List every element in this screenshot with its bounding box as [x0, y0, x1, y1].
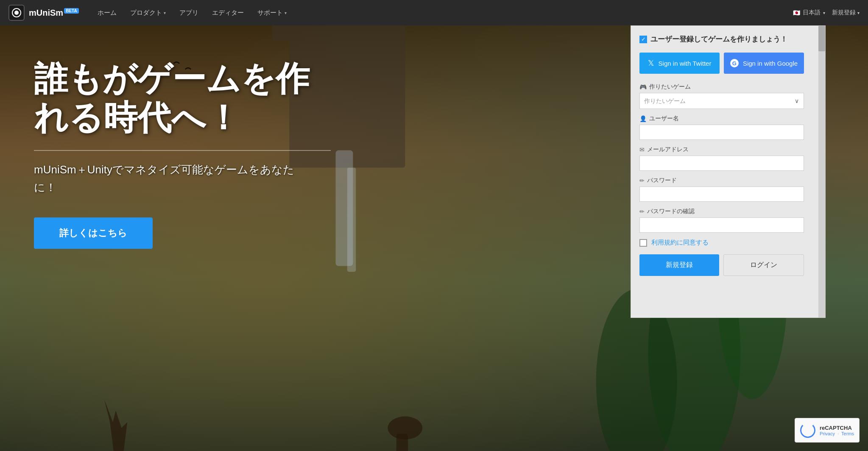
confirm-password-group: ✏ パスワードの確認 — [639, 208, 804, 233]
hero-title: 誰もがゲームを作れる時代へ！ — [34, 59, 331, 137]
user-icon: 👤 — [639, 115, 647, 122]
recaptcha-icon — [800, 423, 815, 438]
email-icon: ✉ — [639, 146, 645, 153]
chevron-down-icon-register: ▾ — [857, 11, 860, 15]
email-input[interactable] — [639, 156, 804, 171]
nav-editor[interactable]: エディター — [206, 6, 250, 20]
nav-links: ホーム プロダクト ▾ アプリ エディター サポート ▾ — [92, 6, 793, 20]
logo[interactable]: mUniSmBETA — [8, 5, 79, 21]
game-type-wrapper: 作りたいゲーム ∨ — [639, 93, 804, 109]
username-label: 👤 ユーザー名 — [639, 115, 804, 122]
action-buttons: 新規登録 ログイン — [639, 254, 804, 276]
language-selector[interactable]: 🇯🇵 日本語 ▾ — [793, 9, 825, 17]
username-input[interactable] — [639, 125, 804, 140]
svg-point-1 — [14, 11, 19, 15]
nav-right: 🇯🇵 日本語 ▾ 新規登録 ▾ — [793, 9, 860, 17]
scrollbar-thumb[interactable] — [818, 26, 825, 51]
recaptcha-terms-link[interactable]: Terms — [841, 431, 854, 436]
gamepad-icon: 🎮 — [639, 84, 647, 90]
registration-header: ✓ ユーザー登録してゲームを作りましょう！ — [639, 34, 804, 44]
terms-checkbox[interactable] — [639, 239, 647, 247]
game-type-label: 🎮 作りたいゲーム — [639, 83, 804, 91]
twitter-signin-button[interactable]: 𝕏 Sign in with Twitter — [639, 53, 720, 74]
password-label: ✏ パスワード — [639, 177, 804, 184]
pencil-icon-confirm: ✏ — [639, 208, 645, 215]
register-link[interactable]: 新規登録 ▾ — [832, 9, 860, 17]
google-signin-button[interactable]: G Sign in with Google — [724, 53, 804, 74]
confirm-password-input[interactable] — [639, 217, 804, 233]
login-button[interactable]: ログイン — [723, 254, 804, 276]
recaptcha-privacy-link[interactable]: Privacy — [820, 431, 835, 436]
header-checkbox-icon: ✓ — [639, 36, 647, 43]
chevron-down-icon: ▾ — [164, 11, 166, 15]
scrollbar[interactable] — [818, 26, 825, 317]
pencil-icon: ✏ — [639, 177, 645, 184]
google-icon: G — [730, 59, 739, 67]
game-type-select[interactable]: 作りたいゲーム — [639, 93, 804, 109]
chevron-down-icon-lang: ▾ — [823, 11, 825, 15]
hero-cta-button[interactable]: 詳しくはこちら — [34, 217, 153, 249]
confirm-password-label: ✏ パスワードの確認 — [639, 208, 804, 215]
nav-product[interactable]: プロダクト ▾ — [124, 6, 172, 20]
social-buttons: 𝕏 Sign in with Twitter G Sign in with Go… — [639, 53, 804, 74]
terms-row: 利用規約に同意する — [639, 239, 804, 247]
email-label: ✉ メールアドレス — [639, 146, 804, 153]
register-button[interactable]: 新規登録 — [639, 254, 719, 276]
email-group: ✉ メールアドレス — [639, 146, 804, 171]
recaptcha-text: reCAPTCHA Privacy · Terms — [820, 425, 854, 436]
password-group: ✏ パスワード — [639, 177, 804, 202]
twitter-icon: 𝕏 — [648, 58, 654, 68]
nav-app[interactable]: アプリ — [173, 6, 204, 20]
logo-icon — [8, 5, 25, 21]
game-type-group: 🎮 作りたいゲーム 作りたいゲーム ∨ — [639, 83, 804, 109]
hero-subtitle: mUniSm＋Unityでマネタイズ可能なゲームをあなたに！ — [34, 161, 310, 196]
hero-divider — [34, 150, 331, 151]
flag-icon: 🇯🇵 — [793, 9, 800, 16]
recaptcha-widget: reCAPTCHA Privacy · Terms — [795, 418, 860, 443]
chevron-down-icon-support: ▾ — [285, 11, 287, 15]
password-input[interactable] — [639, 187, 804, 202]
nav-home[interactable]: ホーム — [92, 6, 123, 20]
navigation: mUniSmBETA ホーム プロダクト ▾ アプリ エディター サポート ▾ … — [0, 0, 868, 25]
logo-text: mUniSmBETA — [29, 8, 79, 18]
username-group: 👤 ユーザー名 — [639, 115, 804, 140]
registration-panel: ✓ ユーザー登録してゲームを作りましょう！ 𝕏 Sign in with Twi… — [631, 25, 826, 318]
registration-title: ユーザー登録してゲームを作りましょう！ — [650, 34, 787, 44]
terms-link[interactable]: 利用規約に同意する — [651, 239, 709, 247]
registration-inner: ✓ ユーザー登録してゲームを作りましょう！ 𝕏 Sign in with Twi… — [631, 26, 825, 317]
nav-support[interactable]: サポート ▾ — [251, 6, 293, 20]
